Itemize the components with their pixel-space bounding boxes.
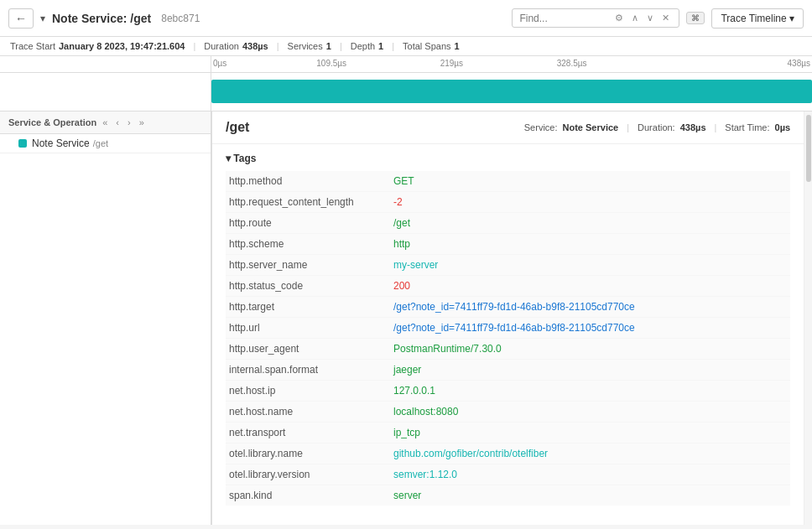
trace-timeline-button[interactable]: Trace Timeline ▾	[711, 8, 804, 29]
tag-key: internal.span.format	[226, 364, 393, 376]
service-meta-label: Service:	[524, 122, 558, 132]
search-settings-icon[interactable]: ⚙	[612, 12, 626, 24]
tag-key: otel.library.name	[226, 448, 393, 459]
tag-key: span.kind	[226, 490, 393, 501]
tag-value: github.com/gofiber/contrib/otelfiber	[393, 448, 790, 459]
service-row-note[interactable]: Note Service /get	[0, 134, 211, 153]
duration-meta-value: 438µs	[680, 122, 706, 132]
start-meta-value: 0µs	[775, 122, 791, 132]
tag-row: http.route/get	[226, 213, 790, 234]
tag-row: http.schemehttp	[226, 234, 790, 255]
tag-value: /get?note_id=7411ff79-fd1d-46ab-b9f8-211…	[393, 322, 790, 334]
tag-value: my-server	[393, 259, 790, 271]
tag-key: http.user_agent	[226, 343, 393, 355]
tag-key: http.target	[226, 301, 393, 313]
ruler-right: 0µs 109.5µs 219µs 328.5µs 438µs	[211, 56, 812, 72]
scrollbar-thumb	[806, 115, 811, 182]
service-name-label: Note Service	[32, 137, 90, 149]
detail-panel: /get Service: Note Service | Duration: 4…	[211, 112, 804, 525]
duration-label: Duration	[204, 41, 239, 51]
trace-start-label: Trace Start	[10, 41, 55, 51]
tag-value: /get?note_id=7411ff79-fd1d-46ab-b9f8-211…	[393, 301, 790, 313]
tag-key: http.route	[226, 217, 393, 229]
ruler-tick-3: 328.5µs	[557, 59, 587, 68]
trace-dropdown-button[interactable]: ▾	[40, 13, 45, 24]
tag-row: http.status_code200	[226, 276, 790, 297]
total-spans-value: 1	[455, 41, 460, 51]
ruler-tick-0: 0µs	[213, 59, 226, 68]
dropdown-icon: ▾	[40, 13, 45, 24]
tag-value: server	[393, 490, 790, 501]
right-scrollbar[interactable]	[804, 112, 812, 525]
total-spans-label: Total Spans	[403, 41, 450, 51]
right-panel: /get Service: Note Service | Duration: 4…	[211, 112, 812, 525]
tag-value: ip_tcp	[393, 427, 790, 438]
service-op-label: /get	[93, 138, 108, 148]
tag-row: http.request_content_length-2	[226, 192, 790, 213]
tag-key: http.url	[226, 322, 393, 334]
depth-value: 1	[378, 41, 383, 51]
nav-next-button[interactable]: ›	[125, 117, 133, 128]
mini-timeline-right	[211, 73, 812, 111]
search-up-icon[interactable]: ∧	[629, 12, 641, 24]
tags-section: ▾ Tags http.methodGEThttp.request_conten…	[212, 144, 804, 514]
tag-key: net.transport	[226, 427, 393, 438]
tag-row: net.host.namelocalhost:8080	[226, 402, 790, 423]
main-content: Service & Operation « ‹ › » Note Service…	[0, 112, 812, 525]
tag-value: http	[393, 238, 790, 250]
search-box: ⚙ ∧ ∨ ✕	[512, 8, 679, 28]
service-color-indicator	[18, 139, 27, 148]
search-close-icon[interactable]: ✕	[659, 12, 672, 24]
tag-key: otel.library.version	[226, 469, 393, 480]
nav-last-button[interactable]: »	[137, 117, 147, 128]
tag-key: http.request_content_length	[226, 196, 393, 208]
tag-row: net.host.ip127.0.0.1	[226, 381, 790, 402]
service-meta-name: Note Service	[563, 122, 619, 132]
services-label: Services	[288, 41, 323, 51]
tag-row: http.url/get?note_id=7411ff79-fd1d-46ab-…	[226, 318, 790, 339]
tag-key: http.server_name	[226, 259, 393, 271]
left-panel: Service & Operation « ‹ › » Note Service…	[0, 112, 211, 525]
tag-value: jaeger	[393, 364, 790, 376]
detail-meta: Service: Note Service | Duration: 438µs …	[524, 122, 790, 132]
trace-id: 8ebc871	[161, 13, 200, 24]
tag-key: http.scheme	[226, 238, 393, 250]
search-input[interactable]	[519, 13, 608, 24]
trace-title: Note Service: /get	[52, 12, 151, 25]
search-down-icon[interactable]: ∨	[644, 12, 656, 24]
timeline-ruler: 0µs 109.5µs 219µs 328.5µs 438µs	[0, 56, 812, 73]
back-button[interactable]: ←	[8, 8, 34, 29]
tag-row: span.kindserver	[226, 485, 790, 506]
service-list: Note Service /get	[0, 134, 211, 525]
detail-path: /get	[226, 120, 249, 135]
start-meta-label: Start Time:	[725, 122, 769, 132]
service-operation-label: Service & Operation	[8, 117, 96, 127]
tag-key: net.host.name	[226, 406, 393, 417]
mini-timeline	[0, 73, 812, 112]
detail-header: /get Service: Note Service | Duration: 4…	[212, 112, 804, 144]
duration-value: 438µs	[242, 41, 268, 51]
nav-prev-button[interactable]: ‹	[113, 117, 122, 128]
tag-row: http.user_agentPostmanRuntime/7.30.0	[226, 339, 790, 360]
duration-meta-label: Duration:	[638, 122, 675, 132]
tag-value: 200	[393, 280, 790, 292]
depth-label: Depth	[351, 41, 375, 51]
ruler-left-spacer	[0, 56, 211, 72]
keyboard-shortcut-button[interactable]: ⌘	[686, 12, 705, 24]
services-count: 1	[326, 41, 331, 51]
mini-timeline-left	[0, 73, 211, 111]
ruler-tick-1: 109.5µs	[316, 59, 346, 68]
tag-value: 127.0.0.1	[393, 385, 790, 397]
tag-key: http.method	[226, 175, 393, 187]
tag-key: http.status_code	[226, 280, 393, 292]
tag-key: net.host.ip	[226, 385, 393, 397]
tag-value: localhost:8080	[393, 406, 790, 417]
tag-value: -2	[393, 196, 790, 208]
tag-value: semver:1.12.0	[393, 469, 790, 480]
nav-first-button[interactable]: «	[100, 117, 110, 128]
tag-value: GET	[393, 175, 790, 187]
tag-row: http.methodGET	[226, 171, 790, 192]
tags-toggle[interactable]: ▾ Tags	[226, 153, 790, 164]
top-bar: ← ▾ Note Service: /get 8ebc871 ⚙ ∧ ∨ ✕ ⌘…	[0, 0, 812, 37]
tag-value: PostmanRuntime/7.30.0	[393, 343, 790, 355]
